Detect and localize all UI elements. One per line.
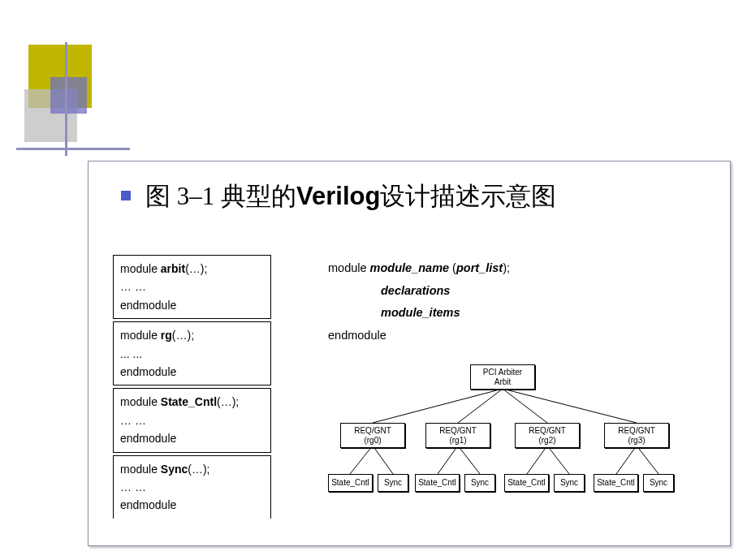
svg-line-11 [637, 446, 658, 474]
module-head: module Sync(…); [120, 460, 264, 478]
deco-square-purple [50, 77, 87, 114]
deco-bar-h [16, 148, 130, 150]
tree-leaf-sync0: Sync [378, 474, 408, 492]
content-area: module module arbit(…);arbit(…); … … end… [105, 251, 714, 529]
module-body: ... ... [120, 345, 264, 363]
svg-line-2 [503, 389, 547, 423]
module-head: module State_Cntl(…); [120, 393, 264, 411]
decorative-motif [0, 0, 146, 162]
title-row: 图 3–1 典型的Verilog设计描述示意图 [89, 162, 730, 213]
template-line4: endmodule [328, 325, 510, 347]
tree-root: PCI Arbiter Arbit [470, 364, 535, 390]
svg-line-4 [350, 446, 373, 474]
bullet-icon [121, 191, 131, 200]
svg-line-0 [373, 389, 503, 423]
hierarchy-diagram: PCI Arbiter Arbit REQ/GNT (rg0) REQ/GNT … [316, 364, 706, 519]
title-bold: Verilog [296, 182, 380, 210]
module-end: endmodule [120, 429, 264, 447]
module-body: … … [120, 411, 264, 429]
title-prefix: 图 3–1 典型的 [145, 182, 296, 210]
module-end: endmodule [120, 496, 264, 514]
tree-leaf-sync3: Sync [643, 474, 674, 492]
module-box-rg: module rg(…); ... ... endmodule [113, 321, 271, 386]
module-body: … … [120, 478, 264, 496]
svg-line-6 [438, 446, 458, 474]
svg-line-9 [547, 446, 569, 474]
module-template: module module_name (port_list); declarat… [328, 257, 510, 347]
module-end: endmodule [120, 296, 264, 314]
module-head: module rg(…); [120, 326, 264, 344]
module-box-column: module module arbit(…);arbit(…); … … end… [113, 255, 271, 521]
tree-leaf-state3: State_Cntl [594, 474, 638, 492]
tree-req0: REQ/GNT (rg0) [340, 423, 405, 448]
module-end: endmodule [120, 363, 264, 381]
tree-leaf-state2: State_Cntl [504, 474, 549, 492]
deco-bar-v [65, 42, 67, 156]
tree-req2: REQ/GNT (rg2) [515, 423, 580, 448]
svg-line-1 [458, 389, 503, 423]
tree-leaf-sync1: Sync [464, 474, 495, 492]
template-line2: declarations [381, 280, 510, 303]
module-box-state-cntl: module State_Cntl(…); … … endmodule [113, 388, 271, 452]
template-line3: module_items [381, 302, 510, 325]
svg-line-5 [373, 446, 393, 474]
title-suffix: 设计描述示意图 [380, 182, 556, 210]
svg-line-10 [616, 446, 637, 474]
module-head: module module arbit(…);arbit(…); [120, 260, 264, 278]
slide-title: 图 3–1 典型的Verilog设计描述示意图 [145, 179, 556, 213]
tree-leaf-state0: State_Cntl [328, 474, 373, 492]
module-box-sync: module Sync(…); … … endmodule [113, 455, 271, 519]
template-line1: module module_name (port_list); [328, 257, 510, 280]
tree-leaf-sync2: Sync [554, 474, 585, 492]
svg-line-8 [527, 446, 547, 474]
svg-line-7 [458, 446, 480, 474]
module-box-arbit: module module arbit(…);arbit(…); … … end… [113, 255, 271, 319]
module-body: … … [120, 278, 264, 295]
tree-req3: REQ/GNT (rg3) [604, 423, 669, 448]
svg-line-3 [503, 389, 637, 423]
tree-req1: REQ/GNT (rg1) [425, 423, 490, 448]
slide-body: 图 3–1 典型的Verilog设计描述示意图 module module ar… [88, 161, 731, 546]
tree-leaf-state1: State_Cntl [415, 474, 460, 492]
